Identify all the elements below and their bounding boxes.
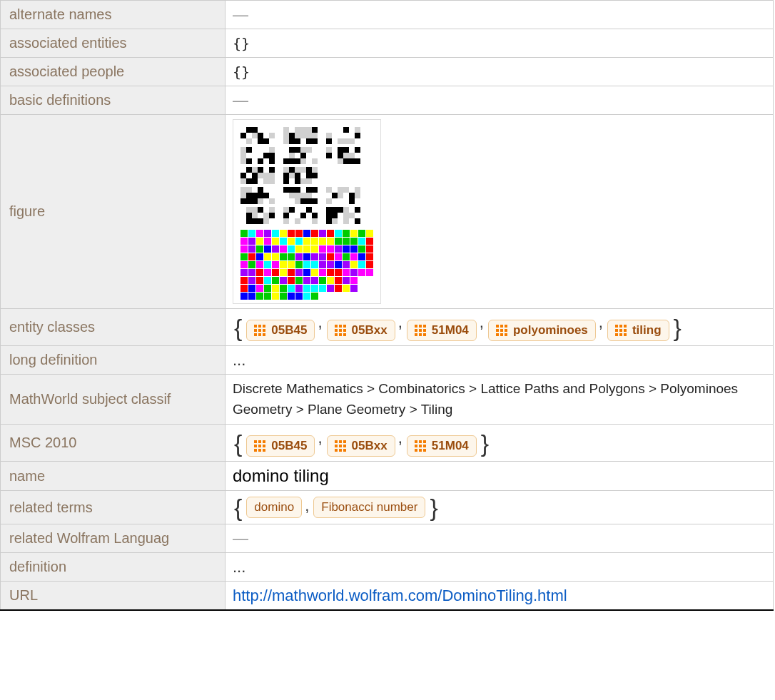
label-basic-definitions: basic definitions [1,86,226,115]
value-alternate-names: — [226,1,774,29]
label-mathworld-subject: MathWorld subject classif [1,375,226,425]
separator: , [302,497,313,514]
chip-label: polyominoes [513,323,588,338]
row-definition: definition ... [1,553,774,582]
grid-icon [335,440,346,452]
value-related-wl: — [226,524,774,553]
row-entity-classes: entity classes { 05B45,05Bxx,51M04,polyo… [1,309,774,346]
entity-chip[interactable]: tiling [607,320,669,341]
chip-label: domino [254,500,294,514]
label-associated-entities: associated entities [1,29,226,58]
label-figure: figure [1,115,226,309]
row-mathworld-subject: MathWorld subject classif Discrete Mathe… [1,375,774,425]
dash-value: — [233,6,248,24]
row-basic-definitions: basic definitions — [1,86,774,115]
entity-chip[interactable]: 05B45 [246,435,315,457]
entity-chip[interactable]: 05Bxx [327,435,395,457]
value-related-terms: { domino,Fibonacci number } [226,491,774,524]
dash-value: — [233,529,248,547]
grid-icon [415,440,426,452]
grid-icon [415,325,426,336]
open-brace: { [233,495,243,519]
label-long-definition: long definition [1,346,226,375]
row-related-terms: related terms { domino,Fibonacci number … [1,491,774,524]
separator: , [596,313,607,331]
label-related-terms: related terms [1,491,226,524]
close-brace: } [428,495,439,519]
open-brace: { [233,431,243,455]
separator: , [315,429,326,447]
grid-icon [254,325,265,336]
label-name: name [1,462,226,491]
value-name: domino tiling [226,462,774,491]
label-definition: definition [1,553,226,582]
grid-icon [496,325,507,336]
row-figure: figure [1,115,774,309]
grid-icon [254,440,265,452]
label-alternate-names: alternate names [1,1,226,29]
separator: , [395,313,407,331]
row-name: name domino tiling [1,462,774,491]
label-related-wl: related Wolfram Languag [1,524,226,553]
chip-label: 51M04 [432,439,469,453]
entity-chip[interactable]: 51M04 [407,320,477,341]
row-alternate-names: alternate names — [1,1,774,29]
close-brace: } [480,431,490,455]
value-associated-entities: {} [226,29,774,58]
figure-image [233,119,381,304]
value-msc-2010: { 05B45,05Bxx,51M04 } [226,425,774,462]
chip-label: 05Bxx [352,439,388,453]
ellipsis-value: ... [233,558,245,576]
separator: , [315,313,326,331]
entity-chip[interactable]: Fibonacci number [313,497,425,518]
entity-chip[interactable]: polyominoes [488,320,596,341]
row-associated-people: associated people {} [1,58,774,86]
row-related-wl: related Wolfram Languag — [1,524,774,553]
value-long-definition: ... [226,346,774,375]
chip-label: 51M04 [432,323,469,338]
open-brace: { [233,315,243,340]
subject-line-1: Discrete Mathematics > Combinatorics > L… [233,379,766,400]
value-associated-people: {} [226,58,774,86]
dash-value: — [233,91,248,109]
value-mathworld-subject: Discrete Mathematics > Combinatorics > L… [226,375,774,425]
chip-label: 05B45 [271,439,307,453]
chip-label: 05B45 [271,323,307,338]
row-msc-2010: MSC 2010 { 05B45,05Bxx,51M04 } [1,425,774,462]
entity-chip[interactable]: 51M04 [407,435,477,457]
subject-line-2: Geometry > Plane Geometry > Tiling [233,400,766,420]
grid-icon [335,325,346,336]
close-brace: } [672,315,683,340]
empty-set: {} [233,64,250,81]
chip-label: 05Bxx [352,323,388,338]
name-text: domino tiling [233,466,329,485]
grid-icon [615,325,627,336]
properties-table: alternate names — associated entities {}… [0,0,774,611]
label-associated-people: associated people [1,58,226,86]
entity-chip[interactable]: 05Bxx [327,320,395,341]
row-url: URL http://mathworld.wolfram.com/DominoT… [1,582,774,611]
url-link[interactable]: http://mathworld.wolfram.com/DominoTilin… [233,587,567,604]
chip-label: tiling [632,323,662,338]
value-figure [226,115,774,309]
value-url: http://mathworld.wolfram.com/DominoTilin… [226,582,774,611]
label-msc-2010: MSC 2010 [1,425,226,462]
separator: , [477,313,488,331]
label-entity-classes: entity classes [1,309,226,346]
row-long-definition: long definition ... [1,346,774,375]
value-entity-classes: { 05B45,05Bxx,51M04,polyominoes,tiling } [226,309,774,346]
row-associated-entities: associated entities {} [1,29,774,58]
label-url: URL [1,582,226,611]
entity-chip[interactable]: domino [246,497,302,518]
ellipsis-value: ... [233,351,245,369]
value-definition: ... [226,553,774,582]
chip-label: Fibonacci number [321,500,417,514]
value-basic-definitions: — [226,86,774,115]
entity-chip[interactable]: 05B45 [246,320,315,341]
separator: , [395,429,407,447]
empty-set: {} [233,35,250,52]
